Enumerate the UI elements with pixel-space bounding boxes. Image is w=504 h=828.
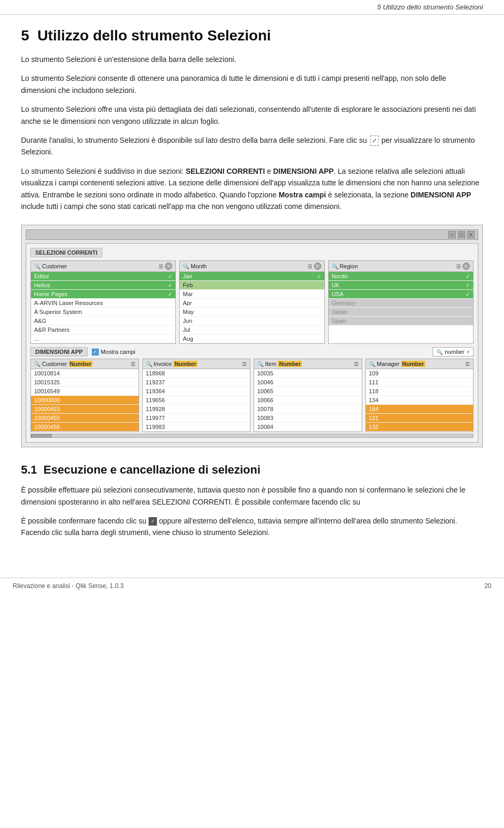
- list-item[interactable]: 121: [366, 414, 474, 423]
- manager-number-search[interactable]: 🔍 Manager Number: [369, 361, 425, 367]
- list-item[interactable]: A&G: [31, 317, 175, 326]
- customer-number-items: 10010814 10015325 10016549 10000000 1000…: [31, 369, 139, 432]
- manager-number-header-actions: ☰: [465, 361, 470, 367]
- scrollbar-track[interactable]: [30, 434, 474, 438]
- mostra-campi-checkbox[interactable]: ✓: [92, 349, 99, 355]
- scrollbar-thumb[interactable]: [31, 434, 52, 437]
- search-icon: 🔍: [146, 361, 152, 367]
- close-btn[interactable]: ×: [467, 231, 475, 238]
- item-number-panel: 🔍 Item Number ☰ 10035 10046 10065 10066 …: [254, 359, 362, 432]
- list-item[interactable]: 184: [366, 405, 474, 414]
- list-item[interactable]: 118968: [143, 369, 250, 378]
- list-item[interactable]: 119983: [143, 423, 250, 432]
- list-item[interactable]: Germany: [329, 299, 473, 308]
- list-item[interactable]: 10010814: [31, 369, 139, 378]
- list-item[interactable]: A Superior System: [31, 308, 175, 317]
- list-icon: ☰: [354, 361, 359, 367]
- list-item[interactable]: UK✓: [329, 281, 473, 290]
- region-header-actions: ☰ ×: [456, 263, 470, 270]
- list-item[interactable]: 119237: [143, 378, 250, 387]
- list-item[interactable]: 119928: [143, 405, 250, 414]
- mostra-campi-control[interactable]: ✓ Mostra campi: [92, 349, 135, 355]
- list-item[interactable]: 10046: [254, 378, 362, 387]
- customer-number-header-actions: ☰: [131, 361, 135, 367]
- customer-close-btn[interactable]: ×: [165, 263, 172, 270]
- list-item[interactable]: 10078: [254, 405, 362, 414]
- list-item[interactable]: 119364: [143, 387, 250, 396]
- scrollbar-row: [30, 434, 474, 438]
- list-item[interactable]: 10000453: [31, 405, 139, 414]
- list-item[interactable]: 10000455: [31, 414, 139, 423]
- list-item[interactable]: 10000456: [31, 423, 139, 432]
- ui-screenshot: − □ × SELEZIONI CORRENTI 🔍 Customer: [21, 225, 483, 447]
- manager-number-label: Manager Number: [377, 361, 425, 367]
- list-item[interactable]: Nordic✓: [329, 272, 473, 281]
- list-item[interactable]: 10066: [254, 396, 362, 405]
- list-item[interactable]: 10065: [254, 387, 362, 396]
- customer-search[interactable]: 🔍 Customer: [34, 263, 67, 269]
- paragraph-3: Lo strumento Selezioni offre una vista p…: [21, 103, 483, 127]
- month-header-actions: ☰ ×: [308, 263, 321, 270]
- list-item[interactable]: Jul: [180, 326, 324, 334]
- list-item[interactable]: 10000000: [31, 396, 139, 405]
- list-item[interactable]: Spain: [329, 317, 473, 326]
- list-item[interactable]: Jun: [180, 317, 324, 326]
- customer-panel-items: Editor✓ Helius✓ Home Pages✓ A-ARVIN Lase…: [31, 272, 175, 343]
- minimize-btn[interactable]: −: [448, 231, 456, 238]
- list-item[interactable]: Jan✓: [180, 272, 324, 281]
- paragraph-5: Lo strumento Selezioni è suddiviso in du…: [21, 165, 483, 213]
- search-icon: 🔍: [436, 349, 443, 355]
- list-item[interactable]: Japan: [329, 308, 473, 317]
- app-dim-bar: DIMENSIONI APP ✓ Mostra campi 🔍 number ×: [30, 347, 474, 357]
- list-item[interactable]: Apr: [180, 299, 324, 308]
- list-item[interactable]: Helius✓: [31, 281, 175, 290]
- search-icon: 🔍: [257, 361, 264, 367]
- list-item[interactable]: 134: [366, 396, 474, 405]
- bottom-panels-row: 🔍 Customer Number ☰ 10010814 10015325 10…: [30, 359, 474, 432]
- region-search[interactable]: 🔍 Region: [332, 263, 358, 269]
- clear-search-btn[interactable]: ×: [467, 349, 470, 355]
- list-item[interactable]: May: [180, 308, 324, 317]
- titlebar-buttons: − □ ×: [448, 231, 475, 238]
- list-item[interactable]: 132: [366, 423, 474, 432]
- list-item[interactable]: A&R Partners: [31, 326, 175, 334]
- list-item[interactable]: USA✓: [329, 290, 473, 299]
- list-icon: ☰: [465, 361, 470, 367]
- list-item[interactable]: 119977: [143, 414, 250, 423]
- list-item[interactable]: A-ARVIN Laser Resources: [31, 299, 175, 308]
- list-item[interactable]: 10016549: [31, 387, 139, 396]
- region-close-btn[interactable]: ×: [463, 263, 470, 270]
- invoice-number-search[interactable]: 🔍 Invoice Number: [146, 361, 197, 367]
- customer-number-search[interactable]: 🔍 Customer Number: [34, 361, 92, 367]
- list-item[interactable]: ...: [31, 334, 175, 343]
- list-item[interactable]: Feb: [180, 281, 324, 290]
- number-search-value: number: [445, 349, 464, 355]
- footer-left: Rilevazione e analisi - Qlik Sense, 1.0.…: [13, 582, 123, 590]
- list-item[interactable]: 10083: [254, 414, 362, 423]
- maximize-btn[interactable]: □: [458, 231, 465, 238]
- month-search[interactable]: 🔍 Month: [183, 263, 207, 269]
- list-item[interactable]: 118: [366, 387, 474, 396]
- list-item[interactable]: 10084: [254, 423, 362, 432]
- paragraph-1: Lo strumento Selezioni è un'estensione d…: [21, 54, 483, 65]
- top-panels-row: 🔍 Customer ☰ × Editor✓ Helius: [30, 260, 474, 344]
- list-item[interactable]: Aug: [180, 334, 324, 343]
- customer-label: Customer: [42, 263, 67, 269]
- list-item[interactable]: 111: [366, 378, 474, 387]
- item-number-search[interactable]: 🔍 Item Number: [257, 361, 302, 367]
- item-number-label: Item Number: [265, 361, 302, 367]
- month-panel-items: Jan✓ Feb Mar Apr May Jun Jul Aug: [180, 272, 324, 343]
- list-item[interactable]: 119656: [143, 396, 250, 405]
- list-icon: ☰: [456, 264, 461, 269]
- list-item[interactable]: Mar: [180, 290, 324, 299]
- list-item[interactable]: Editor✓: [31, 272, 175, 281]
- number-search-bar[interactable]: 🔍 number ×: [433, 347, 474, 357]
- item-number-items: 10035 10046 10065 10066 10078 10083 1008…: [254, 369, 362, 432]
- list-item[interactable]: 109: [366, 369, 474, 378]
- month-close-btn[interactable]: ×: [314, 263, 321, 270]
- region-panel-items: Nordic✓ UK✓ USA✓ Germany Japan Spain: [329, 272, 473, 326]
- list-item[interactable]: 10015325: [31, 378, 139, 387]
- list-item[interactable]: 10035: [254, 369, 362, 378]
- list-item[interactable]: Home Pages✓: [31, 290, 175, 299]
- region-panel-header: 🔍 Region ☰ ×: [329, 261, 473, 272]
